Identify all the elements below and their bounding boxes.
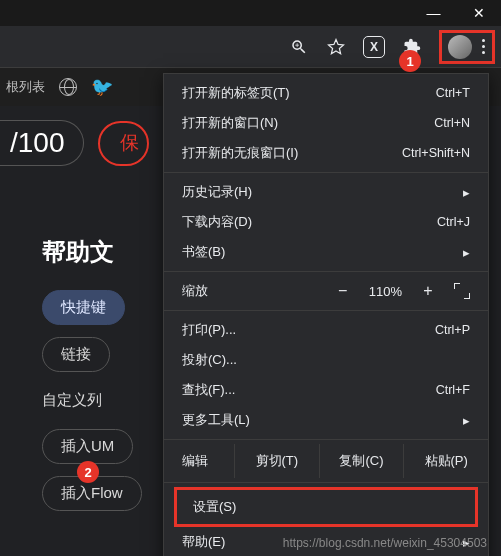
menu-item-new-tab[interactable]: 打开新的标签页(T)Ctrl+T (164, 78, 488, 108)
menu-item-settings[interactable]: 设置(S) (185, 492, 475, 522)
chevron-right-icon: ▸ (463, 245, 470, 260)
menu-item-history[interactable]: 历史记录(H)▸ (164, 177, 488, 207)
menu-separator (164, 310, 488, 311)
menu-item-more-tools[interactable]: 更多工具(L)▸ (164, 405, 488, 435)
menu-separator (164, 439, 488, 440)
menu-item-bookmarks[interactable]: 书签(B)▸ (164, 237, 488, 267)
save-button[interactable]: 保 (98, 121, 149, 166)
menu-separator (164, 482, 488, 483)
kebab-menu-icon[interactable] (478, 39, 488, 54)
profile-and-menu-highlight (439, 30, 495, 64)
menu-edit-row: 编辑 剪切(T) 复制(C) 粘贴(P) (164, 444, 488, 478)
browser-context-menu: 打开新的标签页(T)Ctrl+T 打开新的窗口(N)Ctrl+N 打开新的无痕窗… (163, 73, 489, 556)
chip-custom[interactable]: 自定义列 (42, 384, 120, 417)
menu-separator (164, 271, 488, 272)
chevron-right-icon: ▸ (463, 185, 470, 200)
menu-item-new-window[interactable]: 打开新的窗口(N)Ctrl+N (164, 108, 488, 138)
zoom-out-button[interactable]: − (335, 282, 351, 300)
callout-1: 1 (399, 50, 421, 72)
menu-edit-cut[interactable]: 剪切(T) (234, 444, 319, 478)
menu-item-downloads[interactable]: 下载内容(D)Ctrl+J (164, 207, 488, 237)
watermark: https://blog.csdn.net/weixin_45304503 (283, 536, 487, 550)
menu-item-cast[interactable]: 投射(C)... (164, 345, 488, 375)
bookmark-star-icon[interactable] (326, 37, 346, 57)
title-bar: — ✕ (0, 0, 501, 26)
menu-item-print[interactable]: 打印(P)...Ctrl+P (164, 315, 488, 345)
menu-item-find[interactable]: 查找(F)...Ctrl+F (164, 375, 488, 405)
menu-edit-copy[interactable]: 复制(C) (319, 444, 404, 478)
window-close-button[interactable]: ✕ (456, 0, 501, 26)
zoom-value: 110% (369, 284, 402, 299)
callout-2: 2 (77, 461, 99, 483)
menu-item-zoom: 缩放 − 110% + (164, 276, 488, 306)
twitter-icon[interactable]: 🐦 (91, 76, 113, 98)
avatar[interactable] (448, 35, 472, 59)
extension-badge[interactable]: X (363, 36, 385, 58)
zoom-icon[interactable] (289, 37, 309, 57)
chevron-right-icon: ▸ (463, 413, 470, 428)
browser-toolbar: X (0, 26, 501, 68)
menu-item-new-incognito[interactable]: 打开新的无痕窗口(I)Ctrl+Shift+N (164, 138, 488, 168)
menu-edit-paste[interactable]: 粘贴(P) (403, 444, 488, 478)
fullscreen-icon[interactable] (454, 283, 470, 299)
zoom-in-button[interactable]: + (420, 282, 436, 300)
chip-link[interactable]: 链接 (42, 337, 110, 372)
window-minimize-button[interactable]: — (411, 0, 456, 26)
settings-highlight: 设置(S) (174, 487, 478, 527)
counter-pill: /100 (0, 120, 84, 166)
menu-edit-label: 编辑 (182, 444, 234, 478)
chip-hotkey[interactable]: 快捷键 (42, 290, 125, 325)
globe-icon[interactable] (59, 78, 77, 96)
chip-uml[interactable]: 插入UM (42, 429, 133, 464)
menu-separator (164, 172, 488, 173)
tab-label[interactable]: 根列表 (6, 78, 45, 96)
